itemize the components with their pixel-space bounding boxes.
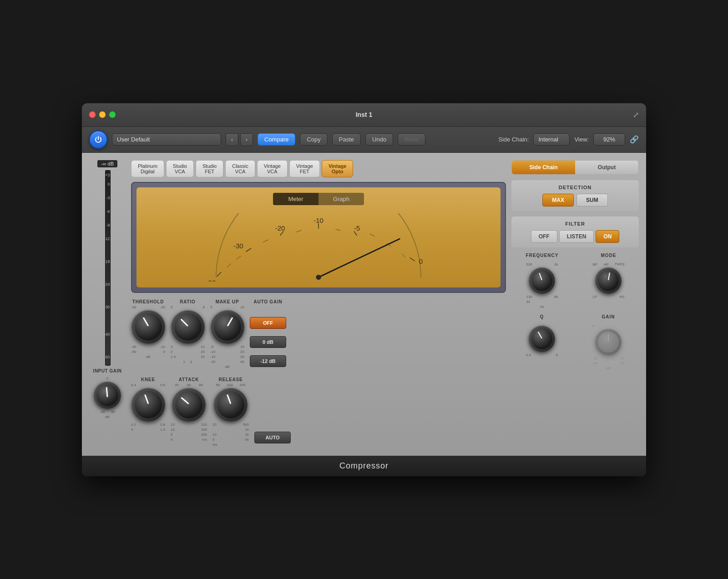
mode-knob[interactable] (595, 267, 622, 294)
frequency-title: FREQUENCY (526, 253, 559, 258)
view-value[interactable]: 92% (593, 133, 625, 146)
input-gain-column: -∞ dB +3 0 -3 -6 -9 -12 -18 -24 -30 -40 … (89, 160, 126, 448)
preset-select[interactable]: User Default (112, 133, 221, 146)
filter-off-button[interactable]: OFF (531, 230, 557, 243)
toolbar: User Default ‹ › Compare Copy Paste Undo… (82, 127, 646, 153)
sidechain-tab[interactable]: Side Chain (512, 161, 575, 174)
tab-platinum-digital[interactable]: PlatinumDigital (131, 160, 164, 177)
window-title: Inst 1 (356, 111, 373, 118)
q-knob[interactable] (529, 326, 555, 352)
meter-graph-toggle: Meter Graph (273, 193, 364, 205)
makeup-knob-section: MAKE UP 510 -515 -1020 (210, 299, 244, 369)
plugin-name: Compressor (339, 461, 389, 470)
compare-button[interactable]: Compare (258, 133, 295, 146)
q-section: Q 0.55 (526, 314, 558, 370)
nav-back-button[interactable]: ‹ (226, 133, 238, 146)
tab-vintage-opto[interactable]: VintageOpto (322, 160, 354, 177)
tab-studio-vca[interactable]: StudioVCA (166, 160, 194, 177)
svg-text:0: 0 (419, 257, 423, 265)
comp-type-tabs: PlatinumDigital StudioVCA StudioFET Clas… (131, 160, 506, 177)
auto-release-button[interactable]: AUTO (254, 432, 291, 443)
db-infinity-label: -∞ dB (97, 160, 117, 167)
filter-on-button[interactable]: ON (596, 230, 619, 243)
main-body: -∞ dB +3 0 -3 -6 -9 -12 -18 -24 -30 -40 … (82, 153, 646, 456)
ratio-knob[interactable] (171, 310, 205, 344)
bottom-knobs-row: KNEE 0.40.6 0.20.8 01.0 (131, 375, 506, 448)
threshold-label: THRESHOLD (132, 299, 164, 304)
output-tab[interactable]: Output (575, 161, 638, 174)
close-button[interactable] (89, 111, 96, 118)
right-panel: Side Chain Output DETECTION MAX SUM FILT… (511, 160, 639, 448)
center-column: PlatinumDigital StudioVCA StudioFET Clas… (131, 160, 506, 448)
paste-button[interactable]: Paste (332, 133, 361, 146)
sidechain-select[interactable]: Internal (533, 133, 570, 146)
auto-gain-label: AUTO GAIN (253, 299, 282, 304)
tab-vintage-fet[interactable]: VintageFET (289, 160, 320, 177)
svg-text:-20: -20 (275, 224, 285, 232)
vu-arc-svg: -50 -30 -20 -10 (142, 213, 495, 282)
gain-section: GAIN 0 -1212 -2424 dB (592, 314, 624, 370)
input-gain-meter: +3 0 -3 -6 -9 -12 -18 -24 -30 -40 -60 (95, 170, 120, 366)
mode-title: MODE (601, 253, 616, 258)
titlebar-expand-icon[interactable]: ⤢ (633, 111, 639, 119)
nav-buttons: ‹ › (226, 133, 253, 146)
tab-vintage-vca[interactable]: VintageVCA (257, 160, 288, 177)
detection-sum-button[interactable]: SUM (576, 194, 608, 206)
top-knobs-row: THRESHOLD -30-20 -40-10 -500 (131, 297, 506, 371)
filter-listen-button[interactable]: LISTEN (559, 230, 594, 243)
bottom-bar: Compressor (82, 456, 646, 476)
titlebar: Inst 1 ⤢ (82, 103, 646, 127)
minimize-button[interactable] (99, 111, 106, 118)
detection-buttons: MAX SUM (516, 194, 634, 206)
tab-classic-vca[interactable]: ClassicVCA (225, 160, 255, 177)
svg-text:-30: -30 (233, 242, 243, 249)
sidechain-output-tabs: Side Chain Output (511, 160, 639, 175)
tab-studio-fet[interactable]: StudioFET (196, 160, 223, 177)
auto-gain-off-button[interactable]: OFF (250, 317, 286, 329)
copy-button[interactable]: Copy (300, 133, 327, 146)
filter-buttons: OFF LISTEN ON (516, 230, 634, 243)
input-gain-label: INPUT GAIN (93, 368, 122, 373)
svg-text:-50: -50 (206, 278, 216, 282)
svg-line-0 (217, 272, 221, 276)
frequency-section: FREQUENCY 5202k 1308k 32 (526, 253, 559, 309)
redo-button[interactable]: Redo (398, 133, 425, 146)
nav-forward-button[interactable]: › (240, 133, 253, 146)
q-gain-row: Q 0.55 GAIN 0 (511, 314, 639, 370)
svg-line-12 (318, 239, 399, 277)
threshold-knob[interactable] (131, 310, 165, 344)
power-button[interactable] (89, 131, 107, 149)
knee-knob[interactable] (131, 388, 165, 422)
frequency-knob[interactable] (529, 267, 555, 294)
auto-gain-section: AUTO GAIN OFF 0 dB -12 dB (250, 299, 286, 367)
auto-gain-0db-button[interactable]: 0 dB (250, 336, 286, 348)
input-gain-knob[interactable]: 0 -30 30 dB (94, 376, 121, 419)
detection-section: DETECTION MAX SUM (511, 180, 639, 211)
svg-text:-5: -5 (354, 224, 360, 232)
makeup-label: MAKE UP (216, 299, 239, 304)
vu-meter-display: Meter Graph -50 (136, 187, 500, 287)
detection-max-button[interactable]: MAX (542, 194, 574, 206)
mode-section: MODE BPHPParEQ LPHS (592, 253, 624, 309)
traffic-lights (89, 111, 116, 118)
attack-label: ATTACK (179, 377, 199, 382)
gain-knob (595, 329, 622, 355)
maximize-button[interactable] (109, 111, 116, 118)
release-knob[interactable] (214, 388, 248, 422)
auto-release-section: AUTO (254, 377, 291, 443)
link-icon[interactable]: 🔗 (630, 135, 639, 144)
sidechain-label: Side Chain: (498, 136, 529, 143)
svg-point-13 (316, 275, 321, 280)
release-knob-section: RELEASE 50100200 20500 1k (212, 377, 249, 447)
attack-knob[interactable] (172, 388, 206, 422)
undo-button[interactable]: Undo (365, 133, 393, 146)
filter-section: FILTER OFF LISTEN ON (511, 216, 639, 247)
svg-line-10 (410, 257, 415, 261)
ratio-label: RATIO (180, 299, 195, 304)
graph-tab[interactable]: Graph (318, 193, 364, 205)
svg-line-2 (246, 248, 251, 252)
toolbar-right: Side Chain: Internal View: 92% 🔗 (498, 133, 639, 146)
auto-gain-12db-button[interactable]: -12 dB (250, 355, 286, 367)
meter-tab[interactable]: Meter (273, 193, 318, 205)
makeup-knob[interactable] (211, 310, 244, 344)
